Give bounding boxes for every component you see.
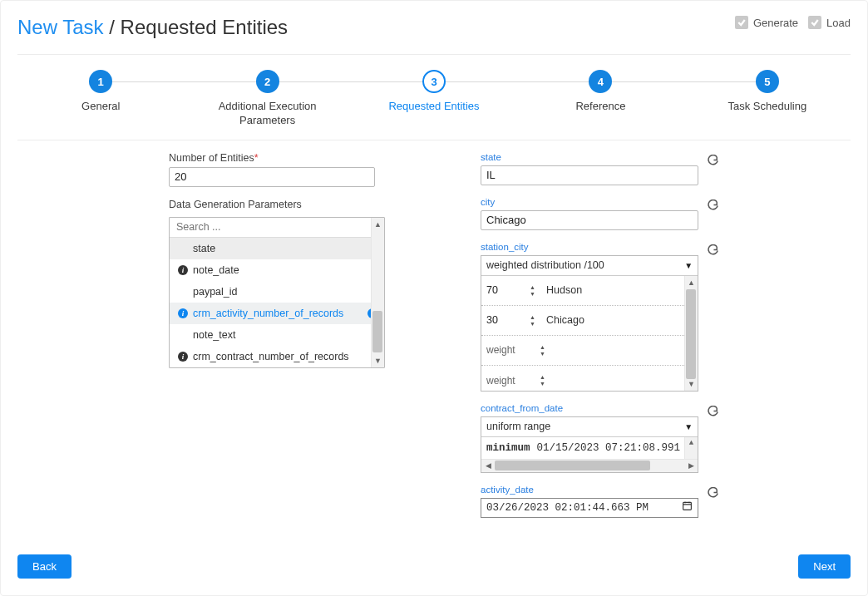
weight-row: ▲▼ Chicago bbox=[481, 306, 684, 336]
contract-from-date-label: contract_from_date bbox=[481, 403, 698, 413]
city-refresh-icon[interactable] bbox=[707, 199, 720, 213]
divider bbox=[17, 140, 851, 140]
calendar-icon[interactable] bbox=[682, 500, 693, 515]
svg-rect-0 bbox=[683, 503, 692, 510]
weight-input[interactable] bbox=[485, 314, 521, 326]
info-icon: i bbox=[178, 308, 188, 318]
scroll-down-icon[interactable]: ▼ bbox=[372, 354, 384, 367]
step-general[interactable]: 1 General bbox=[17, 70, 184, 114]
divider bbox=[17, 54, 851, 55]
weight-row: weight ▲▼ bbox=[481, 336, 684, 366]
minimum-value[interactable]: 01/15/2023 07:21:08.991 P bbox=[537, 442, 693, 454]
weight-placeholder[interactable]: weight bbox=[485, 344, 531, 356]
scroll-up-icon[interactable]: ▲ bbox=[372, 218, 384, 231]
dgp-scrollbar[interactable]: ▲ ▼ bbox=[371, 218, 384, 367]
scroll-right-icon[interactable]: ▶ bbox=[684, 461, 698, 470]
minimum-label: minimum bbox=[486, 442, 530, 454]
city-input[interactable] bbox=[481, 210, 698, 230]
weight-stepper[interactable]: ▲▼ bbox=[540, 344, 548, 357]
info-icon: i bbox=[178, 265, 188, 275]
dgp-item-crm-activity-number-of-records[interactable]: i crm_activity_number_of_records bbox=[170, 303, 384, 324]
page-title: New Task / Requested Entities bbox=[17, 16, 288, 39]
dgp-item-paypal-id[interactable]: paypal_id bbox=[170, 281, 384, 303]
scroll-thumb[interactable] bbox=[495, 461, 650, 470]
weight-stepper[interactable]: ▲▼ bbox=[530, 284, 538, 297]
step-additional-execution-parameters[interactable]: 2 Additional Execution Parameters bbox=[184, 70, 350, 128]
dgp-dropdown: state i note_date paypal_id i crm_activi… bbox=[169, 217, 385, 368]
dgp-item-note-text[interactable]: note_text bbox=[170, 324, 384, 346]
weight-stepper[interactable]: ▲▼ bbox=[540, 374, 548, 387]
weight-placeholder[interactable]: weight bbox=[485, 375, 531, 387]
scroll-up-icon[interactable]: ▲ bbox=[685, 276, 698, 289]
dgp-item-note-date[interactable]: i note_date bbox=[170, 259, 384, 281]
weight-input[interactable] bbox=[485, 284, 521, 296]
city-label: city bbox=[481, 197, 698, 207]
step-reference[interactable]: 4 Reference bbox=[517, 70, 683, 114]
station-city-label: station_city bbox=[481, 242, 698, 252]
generate-checkbox[interactable] bbox=[735, 16, 748, 29]
info-icon: i bbox=[178, 352, 188, 362]
activity-date-label: activity_date bbox=[481, 485, 698, 495]
num-entities-input[interactable] bbox=[169, 167, 375, 187]
title-suffix: Requested Entities bbox=[121, 16, 288, 38]
step-requested-entities[interactable]: 3 Requested Entities bbox=[351, 70, 517, 114]
load-checkbox[interactable] bbox=[808, 16, 821, 29]
weight-row: ▲▼ Hudson bbox=[481, 276, 684, 306]
state-input[interactable] bbox=[481, 165, 698, 185]
scroll-thumb[interactable] bbox=[686, 289, 696, 379]
dgp-search-input[interactable] bbox=[170, 218, 374, 238]
weight-value: Hudson bbox=[546, 284, 582, 296]
generate-label: Generate bbox=[753, 17, 798, 29]
station-city-refresh-icon[interactable] bbox=[707, 244, 720, 258]
scroll-up-icon[interactable]: ▲ bbox=[684, 437, 698, 459]
next-button[interactable]: Next bbox=[798, 554, 851, 579]
dgp-item-crm-contract-number-of-records[interactable]: i crm_contract_number_of_records bbox=[170, 346, 384, 367]
title-prefix: New Task bbox=[17, 16, 104, 38]
caret-down-icon: ▼ bbox=[684, 422, 693, 431]
activity-date-refresh-icon[interactable] bbox=[707, 487, 720, 500]
step-task-scheduling[interactable]: 5 Task Scheduling bbox=[684, 70, 851, 114]
weight-stepper[interactable]: ▲▼ bbox=[530, 314, 538, 327]
weighted-scrollbar[interactable]: ▲ ▼ bbox=[684, 276, 698, 391]
activity-date-input[interactable]: 03/26/2023 02:01:44.663 PM bbox=[481, 498, 698, 518]
load-label: Load bbox=[826, 17, 851, 29]
scroll-thumb[interactable] bbox=[372, 311, 382, 352]
title-sep: / bbox=[104, 16, 121, 38]
state-label: state bbox=[481, 152, 698, 162]
scroll-down-icon[interactable]: ▼ bbox=[685, 377, 698, 391]
contract-from-date-select[interactable]: uniform range ▼ bbox=[481, 417, 698, 437]
contract-from-date-refresh-icon[interactable] bbox=[707, 406, 720, 419]
num-entities-label: Number of Entities* bbox=[169, 152, 385, 164]
stepper: 1 General 2 Additional Execution Paramet… bbox=[17, 70, 851, 128]
state-refresh-icon[interactable] bbox=[707, 155, 720, 168]
uniform-range-hscrollbar[interactable]: ◀ ▶ bbox=[481, 459, 698, 472]
weight-value: Chicago bbox=[546, 314, 584, 326]
back-button[interactable]: Back bbox=[17, 554, 72, 579]
dgp-item-state[interactable]: state bbox=[170, 238, 384, 259]
dgp-label: Data Generation Parameters bbox=[169, 199, 385, 210]
station-city-select[interactable]: weighted distribution /100 ▼ bbox=[481, 256, 698, 276]
weight-row: weight ▲▼ bbox=[481, 366, 684, 391]
caret-down-icon: ▼ bbox=[684, 261, 693, 270]
scroll-left-icon[interactable]: ◀ bbox=[481, 461, 495, 470]
